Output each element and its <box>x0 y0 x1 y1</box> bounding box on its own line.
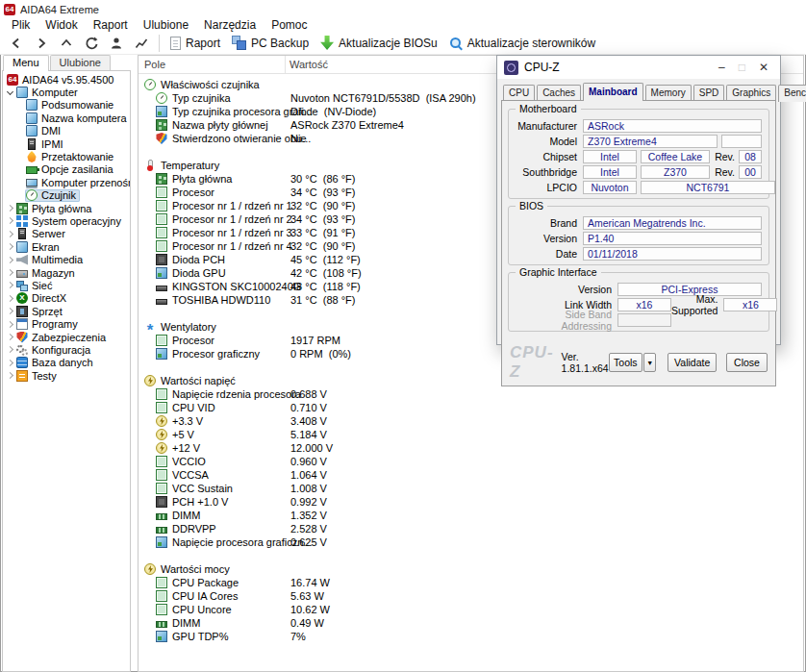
sensor-row[interactable]: CPU IA Cores5.63 W <box>139 589 803 603</box>
tree-item-magazyn[interactable]: Magazyn <box>3 266 130 279</box>
chevron-collapsed-icon[interactable] <box>6 214 15 227</box>
up-button[interactable] <box>54 33 79 53</box>
chevron-collapsed-icon[interactable] <box>6 240 15 253</box>
southbridge-vendor-field[interactable]: Intel <box>583 165 637 179</box>
sensor-row[interactable]: CPU VID0.710 V <box>139 401 803 414</box>
tree-item-komputer-przenosny[interactable]: Komputer przenośny <box>3 176 130 188</box>
chevron-expanded-icon[interactable] <box>6 87 15 99</box>
validate-button[interactable]: Validate <box>667 353 717 372</box>
menu-item[interactable]: Pomoc <box>264 18 315 32</box>
driver-updates-button[interactable]: Aktualizacje sterowników <box>443 33 601 53</box>
chevron-collapsed-icon[interactable] <box>6 266 15 279</box>
menu-item[interactable]: Widok <box>38 18 85 32</box>
max-supported-field[interactable]: x16 <box>723 298 777 311</box>
back-button[interactable] <box>4 33 29 53</box>
bios-updates-button[interactable]: Aktualizacje BIOSu <box>315 33 443 53</box>
close-button[interactable]: Close <box>726 353 768 372</box>
tree-item-sprzet[interactable]: Sprzęt <box>3 305 130 317</box>
minimize-icon[interactable]: – <box>718 56 725 79</box>
chevron-collapsed-icon[interactable] <box>6 279 15 291</box>
chevron-collapsed-icon[interactable] <box>6 305 15 317</box>
tree-item-dmi[interactable]: DMI <box>3 125 130 137</box>
sidebar-tab[interactable]: Menu <box>3 55 49 71</box>
tree-item-konfiguracja[interactable]: Konfiguracja <box>3 343 130 356</box>
title-bar[interactable]: AIDA64 Extreme <box>0 0 806 17</box>
tree-item-system-operacyjny[interactable]: System operacyjny <box>3 214 130 227</box>
chevron-collapsed-icon[interactable] <box>6 357 15 369</box>
report-button[interactable]: Raport <box>164 33 226 53</box>
chevron-collapsed-icon[interactable] <box>6 369 15 382</box>
menu-item[interactable]: Ulubione <box>136 18 196 32</box>
chipset-vendor-field[interactable]: Intel <box>583 150 637 163</box>
tree-item-multimedia[interactable]: Multimedia <box>3 253 130 265</box>
chevron-collapsed-icon[interactable] <box>6 202 15 214</box>
sensor-section-row[interactable]: Wartości mocy <box>139 562 803 576</box>
tree-item-aida64-v5-95-4500[interactable]: AIDA64 v5.95.4500 <box>3 73 130 86</box>
tree-item-testy[interactable]: Testy <box>3 369 130 382</box>
sensor-row[interactable]: VCC Sustain1.008 V <box>139 482 803 495</box>
menu-item[interactable]: Plik <box>4 18 38 32</box>
sensor-row[interactable]: +5 V5.184 V <box>139 428 803 441</box>
chipset-name-field[interactable]: Coffee Lake <box>641 150 710 163</box>
column-header-pole[interactable]: Pole <box>139 59 285 70</box>
bios-brand-field[interactable]: American Megatrends Inc. <box>583 216 762 230</box>
tree-item-czujnik[interactable]: Czujnik <box>3 189 130 202</box>
chevron-collapsed-icon[interactable] <box>6 228 15 240</box>
sensor-row[interactable]: CPU Uncore10.62 W <box>139 603 803 616</box>
model-extra-field[interactable] <box>721 135 762 148</box>
tree-item-plyta-glowna[interactable]: Płyta główna <box>3 202 130 214</box>
tree-item-opcje-zasilania[interactable]: Opcje zasilania <box>3 163 130 176</box>
tree-item-ipmi[interactable]: IPMI <box>3 137 130 150</box>
bios-version-field[interactable]: P1.40 <box>583 232 762 245</box>
tree-item-przetaktowanie[interactable]: Przetaktowanie <box>3 150 130 162</box>
tools-dropdown-button[interactable]: ▼ <box>643 353 656 372</box>
cpuz-tab[interactable]: Bench <box>778 85 806 102</box>
chevron-collapsed-icon[interactable] <box>6 318 15 331</box>
sidebar-splitter[interactable] <box>131 55 138 672</box>
sidebar-tab[interactable]: Ulubione <box>50 55 111 70</box>
manufacturer-field[interactable]: ASRock <box>583 119 762 133</box>
tree-item-ekran[interactable]: Ekran <box>3 240 130 253</box>
tree-item-baza-danych[interactable]: Baza danych <box>3 357 130 369</box>
tree-item-siec[interactable]: Sieć <box>3 279 130 291</box>
sensor-row[interactable]: +12 V12.000 V <box>139 441 803 455</box>
tools-button[interactable]: Tools <box>609 353 642 372</box>
sensor-row[interactable]: VCCIO0.960 V <box>139 455 803 468</box>
menu-item[interactable]: Raport <box>86 18 136 32</box>
tree-item-zabezpieczenia[interactable]: Zabezpieczenia <box>3 331 130 343</box>
sensor-row[interactable]: PCH +1.0 V0.992 V <box>139 495 803 509</box>
close-icon[interactable]: ✕ <box>759 56 768 79</box>
southbridge-rev-field[interactable]: 00 <box>739 165 762 179</box>
sensor-row[interactable]: Napięcie procesora graficzn...0.625 V <box>139 535 803 549</box>
lpcio-vendor-field[interactable]: Nuvoton <box>583 181 637 194</box>
tree-item-directx[interactable]: DirectX <box>3 292 130 305</box>
sensor-row[interactable]: DDRVPP2.528 V <box>139 522 803 535</box>
chevron-collapsed-icon[interactable] <box>6 343 15 356</box>
sensor-graph-button[interactable] <box>129 33 154 53</box>
chipset-rev-field[interactable]: 08 <box>739 150 762 163</box>
link-width-field[interactable]: x16 <box>617 298 671 311</box>
menu-item[interactable]: Narzędzia <box>196 18 264 32</box>
tree-item-podsumowanie[interactable]: Podsumowanie <box>3 99 130 112</box>
southbridge-name-field[interactable]: Z370 <box>641 165 710 179</box>
chevron-collapsed-icon[interactable] <box>6 254 15 266</box>
tree-item-komputer[interactable]: Komputer <box>3 86 130 98</box>
tree-item-programy[interactable]: Programy <box>3 317 130 330</box>
chevron-collapsed-icon[interactable] <box>6 331 15 343</box>
pc-backup-button[interactable]: PC Backup <box>226 33 315 53</box>
lpcio-name-field[interactable]: NCT6791 <box>641 181 775 194</box>
tree-item-nazwa-komputera[interactable]: Nazwa komputera <box>3 112 130 124</box>
sensor-row[interactable]: GPU TDP%7% <box>139 630 803 643</box>
cpuz-tab[interactable]: Mainboard <box>583 83 643 101</box>
sensor-row[interactable]: Napięcie rdzenia procesora0.688 V <box>139 387 803 401</box>
report-wizard-button[interactable] <box>104 33 129 53</box>
chevron-collapsed-icon[interactable] <box>6 292 15 305</box>
sensor-row[interactable]: DIMM0.49 W <box>139 616 803 630</box>
cpuz-title-bar[interactable]: CPU-Z – □ ✕ <box>497 56 780 79</box>
bios-date-field[interactable]: 01/11/2018 <box>583 247 762 261</box>
sensor-row[interactable]: +3.3 V3.408 V <box>139 414 803 428</box>
refresh-button[interactable] <box>79 33 104 53</box>
model-field[interactable]: Z370 Extreme4 <box>583 135 718 148</box>
sensor-row[interactable]: VCCSA1.064 V <box>139 468 803 482</box>
tree-item-serwer[interactable]: Serwer <box>3 228 130 240</box>
